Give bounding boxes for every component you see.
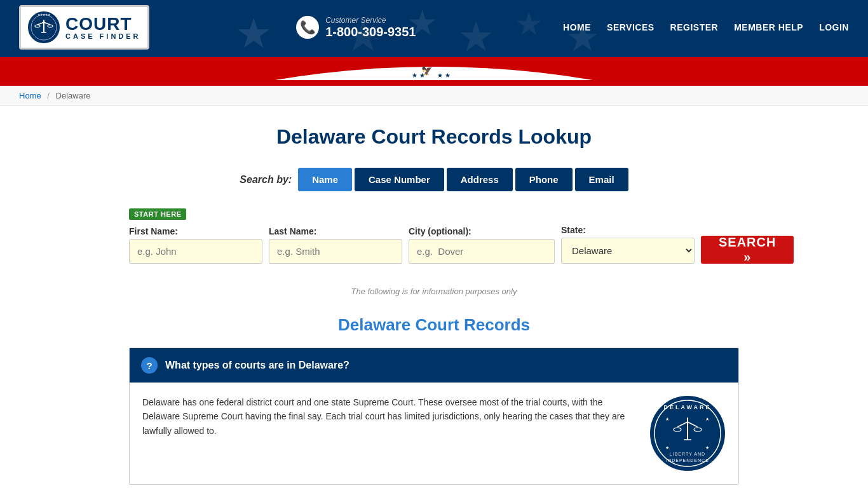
breadcrumb: Home / Delaware xyxy=(19,91,849,100)
svg-text:INDEPENDENCE: INDEPENDENCE xyxy=(666,458,709,463)
cs-label: Customer Service xyxy=(325,16,416,25)
svg-text:★: ★ xyxy=(235,10,272,55)
main-content: Delaware Court Records Lookup Search by:… xyxy=(116,106,752,488)
svg-text:★ ★: ★ ★ xyxy=(437,72,451,79)
phone-icon: 📞 xyxy=(296,16,319,39)
svg-rect-27 xyxy=(687,417,688,440)
nav-login[interactable]: LOGIN xyxy=(819,22,849,32)
customer-service: 📞 Customer Service 1-800-309-9351 xyxy=(296,16,416,39)
last-name-group: Last Name: xyxy=(269,226,402,264)
svg-rect-10 xyxy=(43,20,44,32)
tab-email[interactable]: Email xyxy=(575,168,628,191)
logo-emblem: ★★★★★ xyxy=(27,11,60,44)
faq-answer-1: Delaware has one federal district court … xyxy=(142,395,637,438)
info-note: The following is for information purpose… xyxy=(129,287,739,296)
city-label: City (optional): xyxy=(409,226,555,236)
nav-home[interactable]: HOME xyxy=(563,22,591,32)
main-nav: HOME SERVICES REGISTER MEMBER HELP LOGIN xyxy=(563,22,849,32)
svg-text:★: ★ xyxy=(705,417,709,421)
svg-text:★: ★ xyxy=(665,445,669,450)
svg-text:★★★★★: ★★★★★ xyxy=(37,13,51,17)
page-title: Delaware Court Records Lookup xyxy=(129,125,739,149)
tab-name[interactable]: Name xyxy=(298,168,352,191)
tab-address[interactable]: Address xyxy=(447,168,513,191)
breadcrumb-bar: Home / Delaware xyxy=(0,86,868,106)
nav-register[interactable]: REGISTER xyxy=(670,22,719,32)
svg-text:★: ★ xyxy=(705,445,709,450)
logo-area: ★★★★★ COURT CASE FINDER xyxy=(19,5,149,50)
city-input[interactable] xyxy=(409,239,555,264)
first-name-input[interactable] xyxy=(129,239,262,264)
search-tabs-row: Search by: Name Case Number Address Phon… xyxy=(129,168,739,191)
state-group: State: Delaware Alabama Alaska Arizona C… xyxy=(561,225,695,264)
state-select[interactable]: Delaware Alabama Alaska Arizona Californ… xyxy=(561,238,695,264)
cs-phone: 1-800-309-9351 xyxy=(325,25,416,39)
logo-case-finder-label: CASE FINDER xyxy=(65,33,141,40)
svg-text:DELAWARE: DELAWARE xyxy=(663,404,711,410)
tab-phone[interactable]: Phone xyxy=(515,168,573,191)
svg-text:★: ★ xyxy=(665,417,669,421)
svg-text:LIBERTY AND: LIBERTY AND xyxy=(670,452,705,456)
faq-icon-1: ? xyxy=(141,357,158,374)
section-heading: Delaware Court Records xyxy=(129,315,739,335)
city-group: City (optional): xyxy=(409,226,555,264)
first-name-label: First Name: xyxy=(129,226,262,236)
faq-item-1: ? What types of courts are in Delaware? … xyxy=(129,348,739,485)
state-label: State: xyxy=(561,225,695,235)
breadcrumb-separator: / xyxy=(47,91,50,100)
search-button[interactable]: SEARCH » xyxy=(701,236,794,264)
nav-services[interactable]: SERVICES xyxy=(607,22,654,32)
delaware-seal: DELAWARE ★ ★ ★ ★ LIBERTY AND INDEPENDENC… xyxy=(649,395,726,471)
search-button-label: SEARCH » xyxy=(719,235,776,264)
tab-case-number[interactable]: Case Number xyxy=(355,168,444,191)
start-here-badge: START HERE xyxy=(129,208,739,225)
breadcrumb-home[interactable]: Home xyxy=(19,91,41,100)
nav-member-help[interactable]: MEMBER HELP xyxy=(734,22,803,32)
logo-court-label: COURT xyxy=(65,15,141,33)
first-name-group: First Name: xyxy=(129,226,262,264)
svg-text:🦅: 🦅 xyxy=(421,65,433,76)
form-area: START HERE First Name: Last Name: City (… xyxy=(129,201,739,276)
form-row: First Name: Last Name: City (optional): … xyxy=(129,225,739,264)
cs-text: Customer Service 1-800-309-9351 xyxy=(325,16,416,39)
search-by-label: Search by: xyxy=(240,174,292,186)
logo-box: ★★★★★ COURT CASE FINDER xyxy=(19,5,149,50)
faq-header-1[interactable]: ? What types of courts are in Delaware? xyxy=(130,348,738,383)
faq-body-1: Delaware has one federal district court … xyxy=(130,383,738,484)
site-header: ★ ★ ★ ★ ★ ★ ★ ★★★★★ COURT xyxy=(0,0,868,55)
logo-text: COURT CASE FINDER xyxy=(65,15,141,40)
faq-question-1: What types of courts are in Delaware? xyxy=(165,360,349,371)
svg-text:★: ★ xyxy=(515,6,543,42)
breadcrumb-current: Delaware xyxy=(56,91,91,100)
banner-arc: ★ ★ 🦅 ★ ★ xyxy=(275,60,593,80)
last-name-label: Last Name: xyxy=(269,226,402,236)
last-name-input[interactable] xyxy=(269,239,402,264)
svg-text:★: ★ xyxy=(458,13,494,55)
